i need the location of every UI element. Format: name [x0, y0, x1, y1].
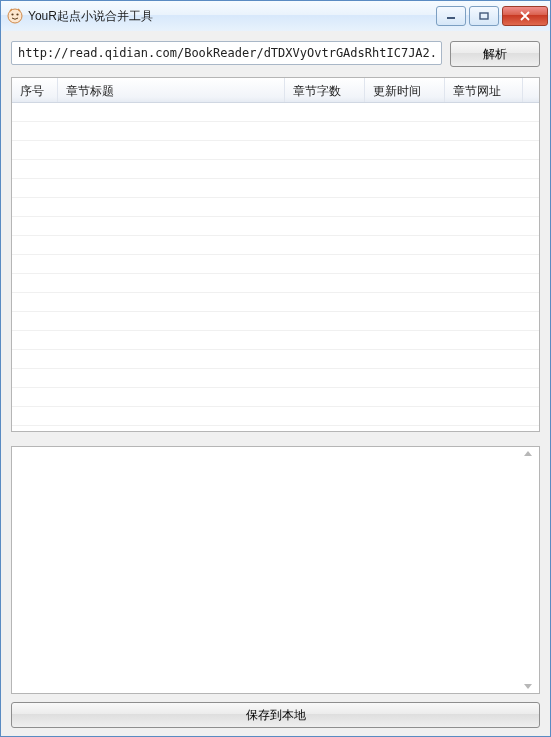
table-row[interactable]	[12, 255, 539, 274]
app-window: YouR起点小说合并工具 解析 序号 章节标题 章节字数	[0, 0, 551, 737]
minimize-button[interactable]	[436, 6, 466, 26]
maximize-button[interactable]	[469, 6, 499, 26]
table-row[interactable]	[12, 369, 539, 388]
maximize-icon	[479, 12, 489, 20]
col-title[interactable]: 章节标题	[58, 78, 285, 102]
table-row[interactable]	[12, 179, 539, 198]
col-end	[523, 78, 539, 102]
svg-point-1	[11, 13, 13, 15]
app-icon	[7, 8, 23, 24]
col-words[interactable]: 章节字数	[285, 78, 365, 102]
table-body[interactable]	[12, 103, 539, 431]
table-row[interactable]	[12, 388, 539, 407]
table-row[interactable]	[12, 312, 539, 331]
table-row[interactable]	[12, 160, 539, 179]
title-bar: YouR起点小说合并工具	[1, 1, 550, 32]
panel-gap	[11, 432, 540, 446]
log-panel	[11, 446, 540, 694]
table-row[interactable]	[12, 198, 539, 217]
table-row[interactable]	[12, 350, 539, 369]
table-row[interactable]	[12, 122, 539, 141]
table-row[interactable]	[12, 236, 539, 255]
svg-rect-4	[480, 13, 488, 19]
table-row[interactable]	[12, 103, 539, 122]
save-button[interactable]: 保存到本地	[11, 702, 540, 728]
table-row[interactable]	[12, 141, 539, 160]
table-header: 序号 章节标题 章节字数 更新时间 章节网址	[12, 78, 539, 103]
table-row[interactable]	[12, 426, 539, 431]
close-icon	[519, 11, 531, 21]
col-seq[interactable]: 序号	[12, 78, 58, 102]
log-textarea[interactable]	[12, 447, 539, 693]
svg-point-2	[16, 13, 18, 15]
window-title: YouR起点小说合并工具	[28, 8, 436, 25]
table-row[interactable]	[12, 274, 539, 293]
close-button[interactable]	[502, 6, 548, 26]
window-controls	[436, 6, 548, 26]
table-row[interactable]	[12, 293, 539, 312]
client-area: 解析 序号 章节标题 章节字数 更新时间 章节网址 保存到本地	[1, 31, 550, 736]
col-time[interactable]: 更新时间	[365, 78, 445, 102]
col-url[interactable]: 章节网址	[445, 78, 523, 102]
url-row: 解析	[11, 41, 540, 67]
svg-rect-3	[447, 17, 455, 19]
table-row[interactable]	[12, 217, 539, 236]
footer-row: 保存到本地	[11, 702, 540, 728]
table-row[interactable]	[12, 407, 539, 426]
parse-button[interactable]: 解析	[450, 41, 540, 67]
table-row[interactable]	[12, 331, 539, 350]
url-input[interactable]	[11, 41, 442, 65]
chapter-table[interactable]: 序号 章节标题 章节字数 更新时间 章节网址	[11, 77, 540, 432]
minimize-icon	[446, 12, 456, 20]
